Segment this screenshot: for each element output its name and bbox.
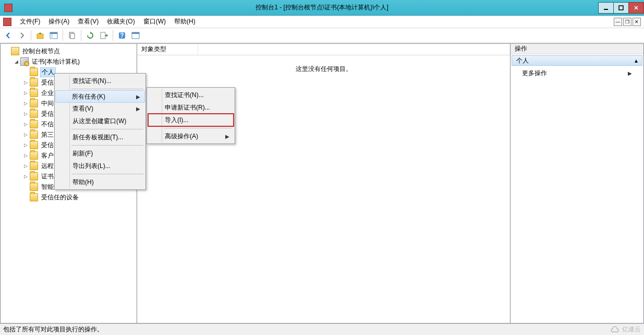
folder-icon <box>30 78 38 87</box>
menu-view[interactable]: 查看(V) <box>74 15 103 28</box>
context-separator <box>71 129 143 129</box>
expander-icon[interactable] <box>22 194 29 200</box>
menu-file[interactable]: 文件(F) <box>16 15 44 28</box>
actions-section-title: 个人 <box>516 56 529 65</box>
context-item-label: 所有任务(K) <box>72 92 105 101</box>
actions-section-personal[interactable]: 个人 ▴ <box>512 55 642 66</box>
menu-window[interactable]: 窗口(W) <box>139 15 170 28</box>
help-button[interactable]: ? <box>116 29 128 42</box>
column-header-object-type[interactable]: 对象类型 <box>141 44 198 55</box>
folder-icon <box>30 120 38 128</box>
expander-icon[interactable]: ▷ <box>22 152 29 159</box>
minimize-button[interactable] <box>598 2 614 14</box>
tree-root[interactable]: 控制台根节点 <box>2 46 136 56</box>
expander-icon[interactable]: ▷ <box>22 79 29 86</box>
context-item[interactable]: 所有任务(K)▶ <box>55 90 145 103</box>
tree-label: 客户 <box>40 151 55 160</box>
context-item[interactable]: 刷新(F) <box>56 147 144 160</box>
actions-pane: 操作 个人 ▴ 更多操作 ▶ <box>511 43 644 324</box>
tree-label: 证书 <box>40 172 55 181</box>
maximize-button[interactable] <box>613 2 629 14</box>
tree-label: 远程 <box>40 162 55 171</box>
actions-header: 操作 <box>511 44 643 54</box>
titlebar: 控制台1 - [控制台根节点\证书(本地计算机)\个人] <box>0 0 644 16</box>
tree-node[interactable]: 受信任的设备 <box>20 192 136 202</box>
options-button[interactable] <box>129 29 142 42</box>
copy-button[interactable] <box>66 29 78 42</box>
expander-icon[interactable]: ▷ <box>22 100 29 106</box>
chevron-right-icon: ▶ <box>136 94 140 100</box>
svg-rect-10 <box>101 32 105 39</box>
app-icon <box>4 4 13 12</box>
actions-more[interactable]: 更多操作 ▶ <box>511 67 643 80</box>
tree-label: 控制台根节点 <box>21 47 61 56</box>
expander-icon[interactable] <box>4 48 10 54</box>
context-item[interactable]: 从这里创建窗口(W) <box>56 115 144 127</box>
watermark-text: 亿速云 <box>622 325 641 334</box>
menu-favorites[interactable]: 收藏夹(O) <box>103 15 139 28</box>
expander-icon[interactable]: ▷ <box>22 173 29 180</box>
certificate-store-icon <box>20 57 29 66</box>
context-item[interactable]: 查找证书(N)... <box>56 75 144 87</box>
folder-icon <box>30 162 38 170</box>
menu-help[interactable]: 帮助(H) <box>170 15 200 28</box>
context-item[interactable]: 新任务板视图(T)... <box>56 131 144 143</box>
toolbar-separator <box>81 30 81 41</box>
export-button[interactable] <box>98 29 110 42</box>
content-pane: 对象类型 这里没有任何项目。 <box>137 43 511 324</box>
up-button[interactable] <box>34 29 46 42</box>
tree-label: 受信 <box>40 141 55 150</box>
tree-cert-root[interactable]: ◢ 证书(本地计算机) <box>11 56 136 67</box>
svg-rect-7 <box>50 34 53 39</box>
context-item-label: 从这里创建窗口(W) <box>72 117 126 126</box>
tree-label: 个人 <box>40 67 56 77</box>
expander-icon[interactable]: ▷ <box>22 131 29 138</box>
context-item[interactable]: 导出列表(L)... <box>56 160 144 172</box>
context-item-label: 申请新证书(R)... <box>165 103 210 112</box>
chevron-right-icon: ▶ <box>136 106 140 112</box>
toolbar-separator <box>31 30 31 41</box>
folder-icon <box>30 193 38 201</box>
actions-more-label: 更多操作 <box>522 69 547 78</box>
folder-icon <box>30 99 38 107</box>
context-item-label: 新任务板视图(T)... <box>72 133 123 142</box>
context-separator <box>71 145 143 146</box>
expander-icon[interactable]: ▷ <box>22 111 29 117</box>
mdi-restore[interactable]: ❐ <box>623 18 631 26</box>
show-hide-tree-button[interactable] <box>47 29 60 42</box>
tree-label: 受信 <box>40 78 55 87</box>
forward-button[interactable] <box>16 29 28 42</box>
mdi-minimize[interactable]: — <box>614 18 622 26</box>
folder-icon <box>30 89 38 97</box>
menubar: 文件(F) 操作(A) 查看(V) 收藏夹(O) 窗口(W) 帮助(H) — ❐… <box>0 16 644 28</box>
tree-label: 不信 <box>40 120 55 129</box>
expander-icon[interactable]: ▷ <box>22 90 29 96</box>
tree-label: 受信 <box>40 110 55 118</box>
expander-icon[interactable]: ▷ <box>22 163 29 169</box>
context-item-label: 刷新(F) <box>72 149 93 158</box>
context-submenu-all-tasks: 查找证书(N)...申请新证书(R)...导入(I)...高级操作(A)▶ <box>147 87 235 144</box>
back-button[interactable] <box>2 29 15 42</box>
expander-icon[interactable] <box>22 184 29 190</box>
expander-icon[interactable]: ▷ <box>22 142 29 148</box>
window-controls <box>599 2 644 14</box>
folder-icon <box>30 183 38 191</box>
expander-icon[interactable] <box>22 69 29 75</box>
status-text: 包括了所有可对此项目执行的操作。 <box>3 325 103 334</box>
refresh-button[interactable] <box>84 29 96 42</box>
folder-icon <box>30 110 38 118</box>
menu-action[interactable]: 操作(A) <box>44 15 74 28</box>
expander-icon[interactable]: ◢ <box>13 58 19 65</box>
tree-label: 受信任的设备 <box>40 193 80 202</box>
context-item[interactable]: 帮助(H) <box>56 176 144 188</box>
context-item[interactable]: 查找证书(N)... <box>148 89 234 101</box>
context-item[interactable]: 高级操作(A)▶ <box>148 130 234 142</box>
svg-rect-14 <box>132 32 139 34</box>
mdi-close[interactable]: ✕ <box>633 18 641 26</box>
context-item[interactable]: 申请新证书(R)... <box>148 101 234 114</box>
expander-icon[interactable]: ▷ <box>22 121 29 127</box>
context-item[interactable]: 查看(V)▶ <box>56 102 144 115</box>
context-item-import[interactable]: 导入(I)... <box>148 114 234 126</box>
chevron-right-icon: ▶ <box>225 134 229 139</box>
close-button[interactable] <box>628 2 644 14</box>
